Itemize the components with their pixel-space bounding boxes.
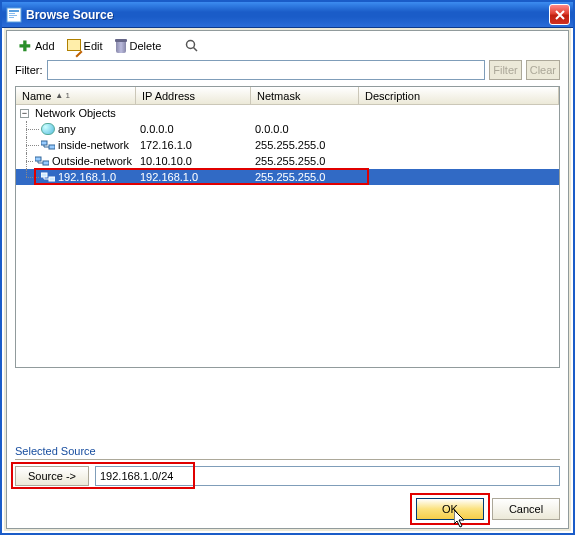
object-netmask: 255.255.255.0 <box>251 171 359 183</box>
add-label: Add <box>35 40 55 52</box>
svg-point-5 <box>187 41 195 49</box>
object-ip: 172.16.1.0 <box>136 139 251 151</box>
edit-button[interactable]: Edit <box>64 38 106 54</box>
magnifier-icon <box>185 39 199 53</box>
pencil-icon <box>67 39 81 53</box>
add-button[interactable]: ✚ Add <box>15 38 58 54</box>
group-row[interactable]: − Network Objects <box>16 105 559 121</box>
svg-rect-8 <box>49 145 55 149</box>
grid-body[interactable]: − Network Objects any 0.0.0.0 0.0.0.0 <box>16 105 559 367</box>
source-button[interactable]: Source -> <box>15 466 89 486</box>
object-row[interactable]: any 0.0.0.0 0.0.0.0 <box>16 121 559 137</box>
svg-rect-4 <box>9 17 14 18</box>
object-ip: 10.10.10.0 <box>136 155 251 167</box>
delete-label: Delete <box>130 40 162 52</box>
object-netmask: 0.0.0.0 <box>251 123 359 135</box>
titlebar: Browse Source <box>2 2 573 28</box>
selected-source-label: Selected Source <box>15 445 560 459</box>
titlebar-text: Browse Source <box>26 8 549 22</box>
col-header-name[interactable]: Name ▲ 1 <box>16 87 136 104</box>
object-netmask: 255.255.255.0 <box>251 155 359 167</box>
col-header-netmask[interactable]: Netmask <box>251 87 359 104</box>
object-name: Outside-network <box>52 155 132 167</box>
object-name: 192.168.1.0 <box>58 171 116 183</box>
objects-grid: Name ▲ 1 IP Address Netmask Description … <box>15 86 560 368</box>
svg-rect-3 <box>9 15 17 16</box>
svg-line-6 <box>194 48 198 52</box>
trash-icon <box>115 39 127 53</box>
svg-rect-7 <box>41 141 47 145</box>
cancel-button[interactable]: Cancel <box>492 498 560 520</box>
object-row[interactable]: Outside-network 10.10.10.0 255.255.255.0 <box>16 153 559 169</box>
object-row[interactable]: inside-network 172.16.1.0 255.255.255.0 <box>16 137 559 153</box>
object-netmask: 255.255.255.0 <box>251 139 359 151</box>
object-ip: 0.0.0.0 <box>136 123 251 135</box>
col-header-ip[interactable]: IP Address <box>136 87 251 104</box>
find-button[interactable] <box>182 38 202 54</box>
filter-row: Filter: Filter Clear <box>7 57 568 86</box>
object-row-selected[interactable]: 192.168.1.0 192.168.1.0 255.255.255.0 <box>16 169 559 185</box>
svg-rect-10 <box>43 161 49 165</box>
app-icon <box>6 7 22 23</box>
collapse-toggle[interactable]: − <box>20 109 29 118</box>
svg-rect-11 <box>41 173 47 177</box>
close-icon <box>555 10 565 20</box>
network-icon <box>35 155 49 167</box>
network-icon <box>41 139 55 151</box>
filter-button[interactable]: Filter <box>489 60 521 80</box>
plus-icon: ✚ <box>18 39 32 53</box>
toolbar: ✚ Add Edit Delete <box>7 31 568 57</box>
network-icon <box>41 171 55 183</box>
filter-input[interactable] <box>47 60 486 80</box>
object-name: inside-network <box>58 139 129 151</box>
selected-source-section: Selected Source Source -> <box>15 445 560 486</box>
sort-indicator: ▲ 1 <box>55 91 70 100</box>
close-button[interactable] <box>549 4 570 25</box>
svg-rect-9 <box>35 157 41 161</box>
filter-label: Filter: <box>15 64 43 76</box>
col-header-description[interactable]: Description <box>359 87 559 104</box>
svg-rect-1 <box>9 10 19 12</box>
edit-label: Edit <box>84 40 103 52</box>
svg-rect-12 <box>49 177 55 181</box>
svg-rect-2 <box>9 13 15 14</box>
object-name: any <box>58 123 76 135</box>
source-value-input[interactable] <box>95 466 560 486</box>
object-ip: 192.168.1.0 <box>136 171 251 183</box>
delete-button[interactable]: Delete <box>112 38 165 54</box>
grid-header: Name ▲ 1 IP Address Netmask Description <box>16 87 559 105</box>
globe-icon <box>41 123 55 135</box>
ok-button[interactable]: OK <box>416 498 484 520</box>
clear-button[interactable]: Clear <box>526 60 560 80</box>
group-label: Network Objects <box>35 107 116 119</box>
col-header-name-label: Name <box>22 90 51 102</box>
dialog-buttons: OK Cancel <box>416 498 560 520</box>
